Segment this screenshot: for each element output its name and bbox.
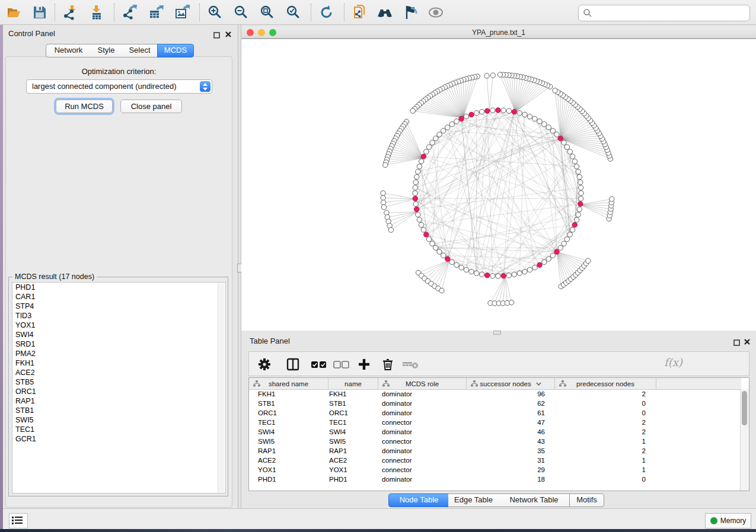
network-node[interactable] bbox=[421, 227, 426, 232]
columns-layout-icon[interactable] bbox=[286, 357, 300, 374]
table-panel-close-icon[interactable] bbox=[744, 337, 751, 348]
column-header-shared-name[interactable]: shared name bbox=[249, 378, 328, 389]
network-edge[interactable] bbox=[515, 80, 534, 112]
network-edge[interactable] bbox=[561, 128, 596, 139]
network-node[interactable] bbox=[426, 145, 431, 149]
network-node[interactable] bbox=[550, 253, 555, 258]
table-row[interactable]: SWI5SWI5connector431 bbox=[249, 437, 741, 446]
mcds-result-item[interactable]: STB1 bbox=[12, 406, 225, 415]
network-node-dominator[interactable] bbox=[424, 232, 429, 237]
network-edge[interactable] bbox=[561, 120, 591, 139]
control-panel-float-icon[interactable] bbox=[213, 30, 220, 41]
network-node[interactable] bbox=[550, 129, 555, 133]
table-row[interactable]: PHD1PHD1dominator180 bbox=[249, 475, 741, 484]
network-node[interactable] bbox=[542, 259, 547, 264]
tab-style[interactable]: Style bbox=[90, 44, 123, 57]
zoom-fit-icon[interactable] bbox=[260, 5, 275, 20]
network-node[interactable] bbox=[517, 111, 522, 116]
network-node[interactable] bbox=[414, 174, 419, 179]
mcds-result-item[interactable]: FKH1 bbox=[12, 358, 225, 368]
network-node[interactable] bbox=[474, 111, 479, 116]
table-row[interactable]: ORC1ORC1dominator610 bbox=[249, 408, 741, 418]
network-node[interactable] bbox=[542, 121, 547, 126]
network-node[interactable] bbox=[490, 108, 495, 113]
network-edge[interactable] bbox=[461, 118, 540, 265]
network-edge[interactable] bbox=[489, 75, 493, 111]
table-row[interactable]: ACE2ACE2connector311 bbox=[249, 456, 741, 465]
table-settings-icon[interactable] bbox=[257, 357, 272, 374]
network-node-dominator[interactable] bbox=[445, 257, 450, 261]
network-node[interactable] bbox=[546, 257, 551, 261]
network-node[interactable] bbox=[579, 185, 583, 190]
network-node-dominator[interactable] bbox=[469, 112, 474, 117]
network-node[interactable] bbox=[430, 140, 435, 145]
network-node-dominator[interactable] bbox=[558, 136, 563, 140]
network-edge[interactable] bbox=[519, 114, 525, 273]
network-node[interactable] bbox=[522, 269, 527, 274]
mcds-result-item[interactable]: ORC1 bbox=[12, 387, 225, 396]
tab-mcds[interactable]: MCDS bbox=[157, 44, 194, 57]
network-node[interactable] bbox=[579, 191, 583, 196]
network-node[interactable] bbox=[413, 191, 417, 196]
tab-edge-table[interactable]: Edge Table bbox=[448, 493, 499, 507]
network-node[interactable] bbox=[506, 108, 511, 113]
network-node-dominator[interactable] bbox=[414, 207, 419, 211]
network-node[interactable] bbox=[537, 119, 542, 124]
table-row[interactable]: SWI4SWI4dominator462 bbox=[249, 427, 741, 437]
network-node[interactable] bbox=[381, 191, 385, 196]
network-node[interactable] bbox=[464, 267, 468, 272]
network-node[interactable] bbox=[574, 164, 579, 169]
network-node[interactable] bbox=[578, 180, 583, 185]
network-edge[interactable] bbox=[401, 129, 423, 158]
network-edge[interactable] bbox=[444, 131, 561, 139]
network-node[interactable] bbox=[564, 145, 569, 149]
network-edge[interactable] bbox=[557, 252, 576, 275]
zoom-selected-icon[interactable] bbox=[286, 5, 301, 20]
table-panel-float-icon[interactable] bbox=[733, 338, 740, 348]
mcds-result-item[interactable]: PMA2 bbox=[12, 349, 225, 358]
horizontal-splitter-handle[interactable] bbox=[493, 331, 501, 335]
add-row-icon[interactable] bbox=[357, 357, 371, 374]
network-node[interactable] bbox=[577, 207, 582, 211]
network-edge[interactable] bbox=[500, 75, 515, 112]
zoom-out-icon[interactable] bbox=[234, 5, 249, 20]
network-edge[interactable] bbox=[463, 78, 472, 118]
network-node[interactable] bbox=[558, 245, 563, 250]
network-node-dominator[interactable] bbox=[554, 249, 559, 254]
network-node[interactable] bbox=[426, 237, 431, 242]
network-edge[interactable] bbox=[395, 139, 423, 158]
close-panel-button[interactable]: Close panel bbox=[120, 100, 182, 113]
network-edge[interactable] bbox=[405, 124, 423, 158]
tab-motifs[interactable]: Motifs bbox=[569, 493, 604, 507]
network-node[interactable] bbox=[532, 116, 537, 121]
network-node[interactable] bbox=[433, 245, 438, 250]
network-node[interactable] bbox=[424, 149, 429, 154]
network-node[interactable] bbox=[562, 241, 566, 246]
network-node-dominator[interactable] bbox=[485, 273, 490, 278]
network-edge[interactable] bbox=[439, 134, 580, 204]
network-node[interactable] bbox=[381, 196, 385, 200]
column-header-successor-nodes[interactable]: successor nodes bbox=[467, 378, 555, 389]
network-node[interactable] bbox=[527, 267, 532, 272]
function-builder-icon[interactable]: f(x) bbox=[664, 356, 682, 368]
export-network-icon[interactable] bbox=[122, 5, 138, 20]
clone-network-icon[interactable] bbox=[352, 5, 368, 20]
network-node[interactable] bbox=[506, 273, 511, 278]
network-node[interactable] bbox=[572, 159, 577, 164]
network-node[interactable] bbox=[574, 217, 579, 222]
network-node[interactable] bbox=[410, 108, 415, 113]
network-node[interactable] bbox=[416, 212, 420, 217]
network-edge[interactable] bbox=[461, 118, 579, 177]
network-edge[interactable] bbox=[515, 83, 542, 112]
mcds-result-item[interactable]: SWI5 bbox=[12, 415, 225, 425]
network-edge[interactable] bbox=[506, 75, 515, 112]
export-image-icon[interactable] bbox=[174, 5, 190, 20]
memory-button[interactable]: Memory bbox=[705, 513, 751, 528]
network-edge[interactable] bbox=[580, 199, 612, 204]
network-node[interactable] bbox=[433, 136, 438, 140]
network-edge[interactable] bbox=[514, 225, 575, 275]
network-edge[interactable] bbox=[557, 252, 582, 268]
mcds-result-item[interactable]: STP4 bbox=[12, 302, 225, 311]
tab-network-table[interactable]: Network Table bbox=[499, 493, 570, 507]
network-node[interactable] bbox=[430, 241, 435, 246]
